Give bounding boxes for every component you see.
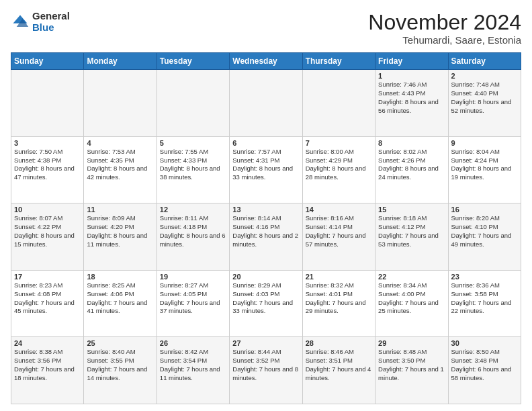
title-block: November 2024 Tehumardi, Saare, Estonia bbox=[368, 11, 521, 46]
logo-text: General Blue bbox=[32, 11, 70, 33]
day-number: 22 bbox=[378, 273, 445, 281]
day-detail: Sunrise: 8:09 AMSunset: 4:20 PMDaylight:… bbox=[87, 214, 153, 248]
table-row: 17Sunrise: 8:23 AMSunset: 4:08 PMDayligh… bbox=[11, 270, 84, 337]
col-tuesday: Tuesday bbox=[157, 53, 229, 70]
table-row: 27Sunrise: 8:44 AMSunset: 3:52 PMDayligh… bbox=[230, 337, 302, 404]
col-thursday: Thursday bbox=[302, 53, 375, 70]
table-row bbox=[157, 70, 229, 137]
col-friday: Friday bbox=[375, 53, 448, 70]
day-number: 24 bbox=[14, 339, 81, 347]
title-location: Tehumardi, Saare, Estonia bbox=[368, 34, 521, 46]
day-number: 8 bbox=[378, 139, 445, 147]
day-number: 21 bbox=[306, 273, 372, 281]
day-detail: Sunrise: 8:07 AMSunset: 4:22 PMDaylight:… bbox=[14, 214, 81, 248]
table-row: 9Sunrise: 8:04 AMSunset: 4:24 PMDaylight… bbox=[448, 136, 521, 203]
day-number: 25 bbox=[87, 339, 153, 347]
day-number: 6 bbox=[232, 139, 299, 147]
table-row: 5Sunrise: 7:55 AMSunset: 4:33 PMDaylight… bbox=[157, 136, 229, 203]
day-number: 29 bbox=[378, 339, 445, 347]
day-number: 2 bbox=[451, 72, 518, 80]
table-row bbox=[11, 70, 84, 137]
day-detail: Sunrise: 7:48 AMSunset: 4:40 PMDaylight:… bbox=[451, 81, 518, 115]
table-row: 20Sunrise: 8:29 AMSunset: 4:03 PMDayligh… bbox=[230, 270, 302, 337]
day-number: 16 bbox=[451, 205, 518, 214]
calendar-week-row: 10Sunrise: 8:07 AMSunset: 4:22 PMDayligh… bbox=[11, 203, 521, 271]
day-number: 15 bbox=[378, 205, 445, 214]
table-row: 8Sunrise: 8:02 AMSunset: 4:26 PMDaylight… bbox=[375, 136, 448, 203]
page: General Blue November 2024 Tehumardi, Sa… bbox=[0, 0, 532, 411]
table-row: 13Sunrise: 8:14 AMSunset: 4:16 PMDayligh… bbox=[230, 203, 302, 271]
table-row: 29Sunrise: 8:48 AMSunset: 3:50 PMDayligh… bbox=[375, 337, 448, 404]
day-number: 27 bbox=[232, 339, 299, 347]
day-number: 28 bbox=[306, 339, 372, 347]
table-row: 3Sunrise: 7:50 AMSunset: 4:38 PMDaylight… bbox=[11, 136, 84, 203]
day-detail: Sunrise: 8:38 AMSunset: 3:56 PMDaylight:… bbox=[14, 348, 81, 382]
table-row: 12Sunrise: 8:11 AMSunset: 4:18 PMDayligh… bbox=[157, 203, 229, 271]
day-detail: Sunrise: 8:44 AMSunset: 3:52 PMDaylight:… bbox=[232, 348, 299, 382]
header: General Blue November 2024 Tehumardi, Sa… bbox=[11, 11, 521, 46]
table-row: 6Sunrise: 7:57 AMSunset: 4:31 PMDaylight… bbox=[230, 136, 302, 203]
table-row: 28Sunrise: 8:46 AMSunset: 3:51 PMDayligh… bbox=[302, 337, 375, 404]
table-row: 10Sunrise: 8:07 AMSunset: 4:22 PMDayligh… bbox=[11, 203, 84, 271]
day-number: 17 bbox=[14, 273, 81, 281]
day-number: 12 bbox=[160, 205, 226, 214]
col-wednesday: Wednesday bbox=[230, 53, 302, 70]
day-number: 19 bbox=[160, 273, 226, 281]
table-row bbox=[84, 70, 157, 137]
table-row bbox=[230, 70, 302, 137]
col-saturday: Saturday bbox=[448, 53, 521, 70]
day-detail: Sunrise: 8:40 AMSunset: 3:55 PMDaylight:… bbox=[87, 348, 153, 382]
day-detail: Sunrise: 8:50 AMSunset: 3:48 PMDaylight:… bbox=[451, 348, 518, 382]
day-number: 14 bbox=[306, 205, 372, 214]
day-number: 5 bbox=[160, 139, 226, 147]
day-number: 13 bbox=[232, 205, 299, 214]
day-detail: Sunrise: 8:16 AMSunset: 4:14 PMDaylight:… bbox=[306, 214, 372, 248]
table-row: 23Sunrise: 8:36 AMSunset: 3:58 PMDayligh… bbox=[448, 270, 521, 337]
table-row: 26Sunrise: 8:42 AMSunset: 3:54 PMDayligh… bbox=[157, 337, 229, 404]
calendar-week-row: 1Sunrise: 7:46 AMSunset: 4:43 PMDaylight… bbox=[11, 70, 521, 137]
day-number: 26 bbox=[160, 339, 226, 347]
day-number: 1 bbox=[378, 72, 445, 80]
day-detail: Sunrise: 8:14 AMSunset: 4:16 PMDaylight:… bbox=[232, 214, 299, 248]
day-detail: Sunrise: 7:46 AMSunset: 4:43 PMDaylight:… bbox=[378, 81, 445, 115]
table-row: 11Sunrise: 8:09 AMSunset: 4:20 PMDayligh… bbox=[84, 203, 157, 271]
day-detail: Sunrise: 7:53 AMSunset: 4:35 PMDaylight:… bbox=[87, 148, 153, 182]
title-month: November 2024 bbox=[368, 11, 521, 34]
day-detail: Sunrise: 8:46 AMSunset: 3:51 PMDaylight:… bbox=[306, 348, 372, 382]
calendar-table: Sunday Monday Tuesday Wednesday Thursday… bbox=[11, 52, 521, 404]
day-detail: Sunrise: 7:55 AMSunset: 4:33 PMDaylight:… bbox=[160, 148, 226, 182]
day-number: 9 bbox=[451, 139, 518, 147]
table-row bbox=[302, 70, 375, 137]
day-detail: Sunrise: 8:02 AMSunset: 4:26 PMDaylight:… bbox=[378, 148, 445, 182]
day-detail: Sunrise: 8:34 AMSunset: 4:00 PMDaylight:… bbox=[378, 281, 445, 316]
day-detail: Sunrise: 8:23 AMSunset: 4:08 PMDaylight:… bbox=[14, 281, 81, 316]
day-number: 11 bbox=[87, 205, 153, 214]
table-row: 19Sunrise: 8:27 AMSunset: 4:05 PMDayligh… bbox=[157, 270, 229, 337]
day-number: 7 bbox=[306, 139, 372, 147]
day-number: 20 bbox=[232, 273, 299, 281]
day-detail: Sunrise: 8:36 AMSunset: 3:58 PMDaylight:… bbox=[451, 281, 518, 316]
day-detail: Sunrise: 8:00 AMSunset: 4:29 PMDaylight:… bbox=[306, 148, 372, 182]
table-row: 25Sunrise: 8:40 AMSunset: 3:55 PMDayligh… bbox=[84, 337, 157, 404]
day-detail: Sunrise: 8:42 AMSunset: 3:54 PMDaylight:… bbox=[160, 348, 226, 382]
logo-blue-text: Blue bbox=[32, 22, 70, 34]
day-number: 4 bbox=[87, 139, 153, 147]
day-detail: Sunrise: 8:25 AMSunset: 4:06 PMDaylight:… bbox=[87, 281, 153, 316]
logo: General Blue bbox=[11, 11, 70, 33]
day-detail: Sunrise: 8:11 AMSunset: 4:18 PMDaylight:… bbox=[160, 214, 226, 248]
table-row: 2Sunrise: 7:48 AMSunset: 4:40 PMDaylight… bbox=[448, 70, 521, 137]
day-number: 10 bbox=[14, 205, 81, 214]
table-row: 18Sunrise: 8:25 AMSunset: 4:06 PMDayligh… bbox=[84, 270, 157, 337]
calendar-week-row: 3Sunrise: 7:50 AMSunset: 4:38 PMDaylight… bbox=[11, 136, 521, 203]
table-row: 16Sunrise: 8:20 AMSunset: 4:10 PMDayligh… bbox=[448, 203, 521, 271]
day-number: 23 bbox=[451, 273, 518, 281]
day-detail: Sunrise: 8:04 AMSunset: 4:24 PMDaylight:… bbox=[451, 148, 518, 182]
table-row: 15Sunrise: 8:18 AMSunset: 4:12 PMDayligh… bbox=[375, 203, 448, 271]
table-row: 24Sunrise: 8:38 AMSunset: 3:56 PMDayligh… bbox=[11, 337, 84, 404]
logo-general-text: General bbox=[32, 11, 70, 22]
day-detail: Sunrise: 8:18 AMSunset: 4:12 PMDaylight:… bbox=[378, 214, 445, 248]
logo-icon bbox=[11, 13, 30, 32]
calendar-header-row: Sunday Monday Tuesday Wednesday Thursday… bbox=[11, 53, 521, 70]
day-detail: Sunrise: 8:20 AMSunset: 4:10 PMDaylight:… bbox=[451, 214, 518, 248]
col-monday: Monday bbox=[84, 53, 157, 70]
